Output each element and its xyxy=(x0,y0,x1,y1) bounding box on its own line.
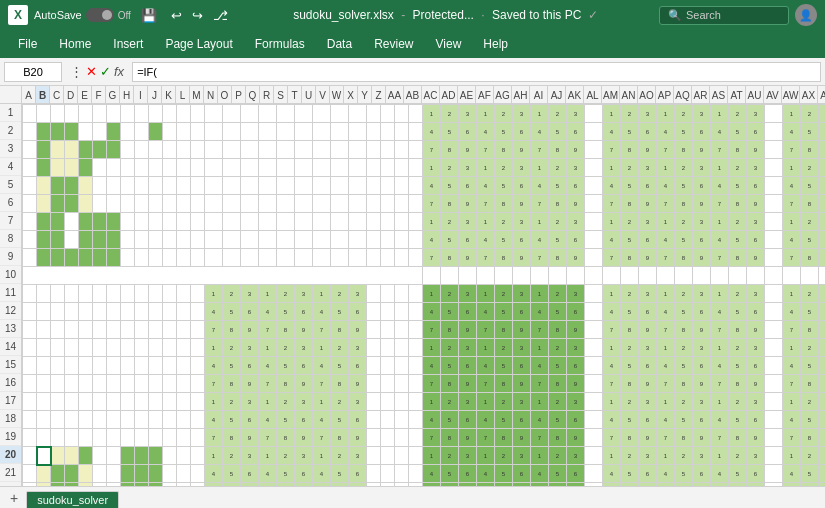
col-AV[interactable]: AV xyxy=(764,86,782,104)
menu-review[interactable]: Review xyxy=(364,34,423,54)
menu-help[interactable]: Help xyxy=(473,34,518,54)
menu-page-layout[interactable]: Page Layout xyxy=(155,34,242,54)
col-headers: A B C D E F G H I J K L M N O P Q xyxy=(22,86,825,104)
col-W[interactable]: W xyxy=(330,86,344,104)
row-22: 22 xyxy=(0,482,21,486)
sheet-tabs: + sudoku_solver xyxy=(0,486,825,508)
col-O[interactable]: O xyxy=(218,86,232,104)
row-7: 123123123 123123123 123123123 xyxy=(23,213,826,231)
col-J[interactable]: J xyxy=(148,86,162,104)
row-17: 123123123 123123123 123123123 123123123 xyxy=(23,393,826,411)
col-A[interactable]: A xyxy=(22,86,36,104)
redo-button[interactable]: ↪ xyxy=(188,6,207,25)
col-AU[interactable]: AU xyxy=(746,86,764,104)
menu-formulas[interactable]: Formulas xyxy=(245,34,315,54)
col-C[interactable]: C xyxy=(50,86,64,104)
formula-icons: ⋮ ✕ ✓ fx xyxy=(66,64,128,79)
row-15: 456456456 456456456 456456456 456456456 xyxy=(23,357,826,375)
col-X[interactable]: X xyxy=(344,86,358,104)
col-AM[interactable]: AM xyxy=(602,86,620,104)
col-D[interactable]: D xyxy=(64,86,78,104)
undo-button[interactable]: ↩ xyxy=(167,6,186,25)
search-box[interactable]: 🔍 Search xyxy=(659,6,789,25)
col-AJ[interactable]: AJ xyxy=(548,86,566,104)
col-AX[interactable]: AX xyxy=(800,86,818,104)
formula-menu-icon[interactable]: ⋮ xyxy=(70,64,83,79)
sheet-tab-sudoku[interactable]: sudoku_solver xyxy=(26,491,119,508)
col-T[interactable]: T xyxy=(288,86,302,104)
branch-button[interactable]: ⎇ xyxy=(209,6,232,25)
col-AR[interactable]: AR xyxy=(692,86,710,104)
row-5: 456456456 456456456 456456456 xyxy=(23,177,826,195)
confirm-formula-icon[interactable]: ✓ xyxy=(100,64,111,79)
formulabar: B20 ⋮ ✕ ✓ fx =IF( xyxy=(0,58,825,86)
col-Y[interactable]: Y xyxy=(358,86,372,104)
col-AE[interactable]: AE xyxy=(458,86,476,104)
menu-view[interactable]: View xyxy=(426,34,472,54)
col-AL[interactable]: AL xyxy=(584,86,602,104)
col-AN[interactable]: AN xyxy=(620,86,638,104)
cell-reference[interactable]: B20 xyxy=(4,62,62,82)
col-N[interactable]: N xyxy=(204,86,218,104)
col-R[interactable]: R xyxy=(260,86,274,104)
menu-data[interactable]: Data xyxy=(317,34,362,54)
row-21: 21 xyxy=(0,464,21,482)
col-F[interactable]: F xyxy=(92,86,106,104)
row-13: 789789789 789789789 789789789 789789789 xyxy=(23,321,826,339)
col-P[interactable]: P xyxy=(232,86,246,104)
col-AB[interactable]: AB xyxy=(404,86,422,104)
col-Q[interactable]: Q xyxy=(246,86,260,104)
col-Z[interactable]: Z xyxy=(372,86,386,104)
col-V[interactable]: V xyxy=(316,86,330,104)
row-1: 1 xyxy=(0,104,21,122)
menu-file[interactable]: File xyxy=(8,34,47,54)
menu-home[interactable]: Home xyxy=(49,34,101,54)
col-AG[interactable]: AG xyxy=(494,86,512,104)
row-21: 456456456 456456456 456456456 456456456 xyxy=(23,465,826,483)
row-22: 789789789 789789789 789789789 789789789 xyxy=(23,483,826,487)
col-AA[interactable]: AA xyxy=(386,86,404,104)
row-3: 3 xyxy=(0,140,21,158)
row-6: 6 xyxy=(0,194,21,212)
col-U[interactable]: U xyxy=(302,86,316,104)
row-20: 123123123 123123123 123123123 123123123 xyxy=(23,447,826,465)
col-H[interactable]: H xyxy=(120,86,134,104)
save-button[interactable]: 💾 xyxy=(137,6,161,25)
col-AO[interactable]: AO xyxy=(638,86,656,104)
cancel-formula-icon[interactable]: ✕ xyxy=(86,64,97,79)
col-S[interactable]: S xyxy=(274,86,288,104)
col-AH[interactable]: AH xyxy=(512,86,530,104)
col-I[interactable]: I xyxy=(134,86,148,104)
col-AP[interactable]: AP xyxy=(656,86,674,104)
row-4: 123123123 123123123 123123123 xyxy=(23,159,826,177)
row-11: 123123123 123123123 123123123 123123123 xyxy=(23,285,826,303)
cell-grid[interactable]: .g { background: #7cb85c; color: #555; }… xyxy=(22,104,825,486)
col-M[interactable]: M xyxy=(190,86,204,104)
col-AK[interactable]: AK xyxy=(566,86,584,104)
col-G[interactable]: G xyxy=(106,86,120,104)
autosave-toggle[interactable] xyxy=(86,8,114,22)
col-AT[interactable]: AT xyxy=(728,86,746,104)
row-19: 789789789 789789789 789789789 789789789 xyxy=(23,429,826,447)
col-AD[interactable]: AD xyxy=(440,86,458,104)
col-E[interactable]: E xyxy=(78,86,92,104)
col-AF[interactable]: AF xyxy=(476,86,494,104)
col-AW[interactable]: AW xyxy=(782,86,800,104)
insert-function-icon[interactable]: fx xyxy=(114,64,124,79)
col-L[interactable]: L xyxy=(176,86,190,104)
user-avatar[interactable]: 👤 xyxy=(795,4,817,26)
col-AC[interactable]: AC xyxy=(422,86,440,104)
row-7: 7 xyxy=(0,212,21,230)
col-B[interactable]: B xyxy=(36,86,50,104)
menu-insert[interactable]: Insert xyxy=(103,34,153,54)
row-14: 14 xyxy=(0,338,21,356)
col-AS[interactable]: AS xyxy=(710,86,728,104)
col-K[interactable]: K xyxy=(162,86,176,104)
col-AI[interactable]: AI xyxy=(530,86,548,104)
col-AQ[interactable]: AQ xyxy=(674,86,692,104)
col-AY[interactable]: AY xyxy=(818,86,825,104)
add-sheet-button[interactable]: + xyxy=(4,488,24,508)
grid-area[interactable]: .g { background: #7cb85c; color: #555; }… xyxy=(22,104,825,486)
formula-input[interactable]: =IF( xyxy=(132,62,821,82)
row-13: 13 xyxy=(0,320,21,338)
